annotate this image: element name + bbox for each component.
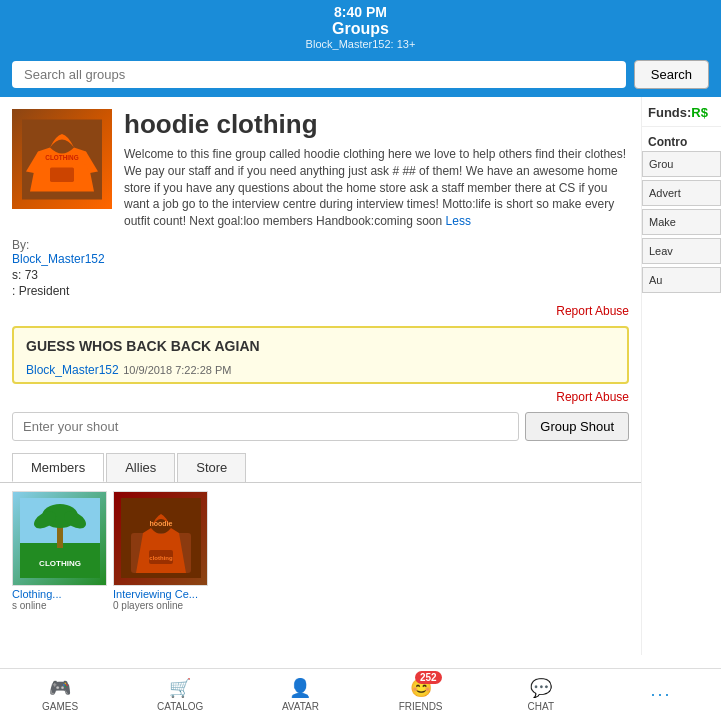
sidebar-btn-0[interactable]: Grou: [642, 151, 721, 177]
group-shout-button[interactable]: Group Shout: [525, 412, 629, 441]
role-row: : President: [12, 284, 629, 298]
catalog-icon: 🛒: [169, 677, 191, 699]
store-item-img-1: CLOTHING: [12, 491, 107, 586]
status-time: 8:40 PM: [0, 4, 721, 20]
sidebar-btn-2[interactable]: Make: [642, 209, 721, 235]
search-bar: Search: [0, 52, 721, 97]
funds-amount: R$: [691, 105, 708, 120]
bottom-nav: 🎮 GAMES 🛒 CATALOG 👤 AVATAR 😊 252 FRIENDS…: [0, 668, 721, 720]
read-less-link[interactable]: Less: [446, 214, 471, 228]
sidebar-btn-4[interactable]: Au: [642, 267, 721, 293]
members-row: s: 73: [12, 268, 629, 282]
group-description: Welcome to this fine group called hoodie…: [124, 146, 629, 230]
friends-icon: 😊 252: [410, 677, 432, 699]
shout-author-row: Block_Master152 10/9/2018 7:22:28 PM: [26, 360, 615, 378]
svg-text:hoodie: hoodie: [149, 520, 172, 527]
sidebar-btn-1[interactable]: Advert: [642, 180, 721, 206]
meta-info: By: Block_Master152 s: 73 : President: [0, 238, 641, 298]
friends-badge: 252: [415, 671, 442, 684]
user-info: Block_Master152: 13+: [0, 38, 721, 50]
nav-friends-label: FRIENDS: [399, 701, 443, 712]
nav-games-label: GAMES: [42, 701, 78, 712]
store-item-interview[interactable]: hoodie clothing Interviewing Ce... 0 pla…: [113, 491, 208, 611]
store-item-sub-2: 0 players online: [113, 600, 208, 611]
nav-chat-label: CHAT: [528, 701, 554, 712]
report-abuse-1[interactable]: Report Abuse: [0, 300, 641, 322]
sidebar-title: Funds:R$: [642, 105, 721, 127]
shout-author[interactable]: Block_Master152: [26, 363, 119, 377]
tab-allies[interactable]: Allies: [106, 453, 175, 482]
right-sidebar: Funds:R$ Contro Grou Advert Make Leav Au: [641, 97, 721, 655]
store-item-img-2: hoodie clothing: [113, 491, 208, 586]
store-item-clothing[interactable]: CLOTHING Clothing... s online: [12, 491, 107, 611]
group-name: hoodie clothing: [124, 109, 629, 140]
owner-link[interactable]: Block_Master152: [12, 252, 629, 266]
avatar-icon: 👤: [289, 677, 311, 699]
tab-members[interactable]: Members: [12, 453, 104, 482]
shout-input[interactable]: [12, 412, 519, 441]
left-content: CLOTHING hoodie clothing Welcome to this…: [0, 97, 641, 655]
tab-store[interactable]: Store: [177, 453, 246, 482]
page-title: Groups: [0, 20, 721, 38]
group-image: CLOTHING: [12, 109, 112, 209]
shout-input-row: Group Shout: [12, 412, 629, 441]
nav-more[interactable]: ···: [601, 680, 721, 709]
tabs: Members Allies Store: [0, 447, 641, 483]
group-header: CLOTHING hoodie clothing Welcome to this…: [0, 97, 641, 238]
games-icon: 🎮: [49, 677, 71, 699]
nav-friends[interactable]: 😊 252 FRIENDS: [361, 673, 481, 716]
search-button[interactable]: Search: [634, 60, 709, 89]
search-input[interactable]: [12, 61, 626, 88]
nav-chat[interactable]: 💬 CHAT: [481, 673, 601, 716]
main-content: CLOTHING hoodie clothing Welcome to this…: [0, 97, 721, 655]
svg-text:CLOTHING: CLOTHING: [39, 559, 81, 568]
nav-avatar[interactable]: 👤 AVATAR: [240, 673, 360, 716]
shout-text: GUESS WHOS BACK BACK AGIAN: [26, 338, 615, 354]
sidebar-btn-3[interactable]: Leav: [642, 238, 721, 264]
shout-box: GUESS WHOS BACK BACK AGIAN Block_Master1…: [12, 326, 629, 384]
shout-date: 10/9/2018 7:22:28 PM: [123, 364, 231, 376]
svg-rect-1: [50, 167, 74, 181]
status-bar: 8:40 PM Groups Block_Master152: 13+: [0, 0, 721, 52]
nav-games[interactable]: 🎮 GAMES: [0, 673, 120, 716]
store-item-name-1: Clothing...: [12, 588, 107, 600]
store-grid: CLOTHING Clothing... s online: [0, 483, 641, 619]
chat-icon: 💬: [530, 677, 552, 699]
owner-row: By: Block_Master152: [12, 238, 629, 266]
store-item-name-2: Interviewing Ce...: [113, 588, 208, 600]
nav-avatar-label: AVATAR: [282, 701, 319, 712]
control-title: Contro: [642, 131, 721, 151]
svg-text:CLOTHING: CLOTHING: [45, 153, 78, 160]
store-item-sub-1: s online: [12, 600, 107, 611]
svg-text:clothing: clothing: [149, 555, 173, 561]
report-abuse-2[interactable]: Report Abuse: [0, 388, 641, 406]
group-info: hoodie clothing Welcome to this fine gro…: [124, 109, 629, 230]
nav-catalog[interactable]: 🛒 CATALOG: [120, 673, 240, 716]
more-icon: ···: [650, 684, 671, 705]
nav-catalog-label: CATALOG: [157, 701, 203, 712]
